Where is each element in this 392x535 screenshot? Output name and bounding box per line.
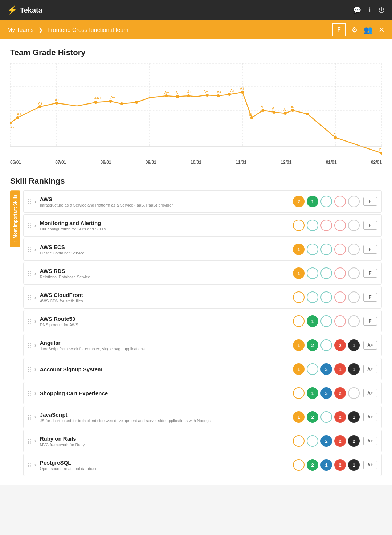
skill-grade-tag: F	[363, 197, 377, 206]
expand-button[interactable]: ›	[34, 366, 36, 372]
svg-text:A+: A+	[164, 90, 169, 94]
drag-handle[interactable]	[28, 319, 31, 324]
skill-indicators: 1	[293, 315, 360, 327]
drag-handle[interactable]	[28, 271, 31, 276]
skill-desc: JavaScript framework for complex, single…	[40, 347, 289, 351]
team-grade-badge: F	[332, 23, 346, 36]
svg-point-21	[165, 94, 168, 97]
drag-handle[interactable]	[28, 439, 31, 444]
svg-text:A-: A-	[283, 108, 287, 112]
app-logo: ⚡ Tekata	[7, 5, 42, 15]
power-icon[interactable]: ⏻	[378, 7, 385, 14]
skill-info: AWSInfrastructure as a Service and Platf…	[40, 196, 289, 207]
skill-info: AngularJavaScript framework for complex,…	[40, 340, 289, 351]
drag-handle[interactable]	[28, 415, 31, 420]
skill-row: ›PostgreSQLOpen source relational databa…	[23, 454, 382, 476]
skill-row: ›JavaScriptJS for short, used for both c…	[23, 406, 382, 428]
indicator-circle-4: 1	[348, 363, 360, 375]
svg-text:A+: A+	[217, 90, 221, 94]
x-label-0201: 02/01	[371, 160, 382, 165]
skill-grade-tag: F	[363, 293, 377, 302]
expand-button[interactable]: ›	[34, 246, 36, 252]
expand-button[interactable]: ›	[34, 199, 36, 204]
svg-text:A-: A-	[10, 125, 14, 129]
skill-desc: Relational Database Service	[40, 275, 289, 279]
expand-button[interactable]: ›	[34, 270, 36, 276]
skill-grade-tag: A+	[363, 341, 377, 350]
skill-row: ›AWS RDSRelational Database Service1F	[23, 262, 382, 285]
drag-handle[interactable]	[28, 247, 31, 252]
svg-point-17	[94, 101, 97, 104]
skill-name: JavaScript	[40, 412, 289, 418]
indicator-circle-4: 1	[348, 459, 360, 471]
svg-point-14	[16, 116, 19, 119]
expand-button[interactable]: ›	[34, 222, 36, 228]
skill-row: ›AWS CloudFrontAWS CDN for static filesF	[23, 286, 382, 309]
breadcrumb-actions: F ⚙ 👥 ✕	[332, 23, 385, 36]
x-label-1001: 10/01	[191, 160, 201, 165]
indicator-circle-3	[334, 220, 346, 231]
indicator-circle-3	[334, 244, 346, 255]
svg-text:A+: A+	[187, 90, 192, 94]
svg-point-29	[261, 109, 264, 112]
drag-handle[interactable]	[28, 295, 31, 300]
indicator-circle-4	[348, 291, 360, 303]
expand-button[interactable]: ›	[34, 318, 36, 324]
grade-history-chart: A- A+ A+ A+ AA+ A+ A+ A+ A+ A+ A+ A+ A+ …	[10, 63, 382, 165]
drag-handle[interactable]	[28, 391, 31, 396]
indicator-circle-0: 1	[293, 363, 305, 375]
skill-grade-tag: F	[363, 317, 377, 326]
indicator-circle-0	[293, 387, 305, 399]
svg-text:A+: A+	[17, 112, 21, 116]
skill-indicators	[293, 291, 360, 303]
info-icon[interactable]: ℹ	[368, 6, 371, 14]
expand-button[interactable]: ›	[34, 438, 36, 444]
expand-button[interactable]: ›	[34, 390, 36, 396]
drag-handle[interactable]	[28, 199, 31, 204]
indicator-circle-0: 2	[293, 196, 305, 207]
svg-text:A-: A-	[261, 105, 264, 109]
settings-icon[interactable]: ⚙	[351, 25, 358, 34]
skill-row: ›Account Signup System1311A+	[23, 358, 382, 380]
expand-button[interactable]: ›	[34, 462, 36, 468]
expand-button[interactable]: ›	[34, 294, 36, 300]
indicator-circle-2	[320, 268, 332, 279]
chat-icon[interactable]: 💬	[353, 6, 361, 14]
svg-text:A+: A+	[38, 102, 43, 106]
skill-indicators	[293, 220, 360, 231]
indicator-circle-1	[307, 220, 318, 231]
indicator-circle-4: 1	[348, 339, 360, 351]
team-members-icon[interactable]: 👥	[364, 25, 373, 34]
vertical-importance-label: ↑ Most Important Skills	[10, 190, 20, 247]
skill-desc: Infrastructure as a Service and Platform…	[40, 203, 289, 207]
skill-grade-tag: F	[363, 269, 377, 278]
indicator-circle-1: 1	[307, 315, 318, 327]
indicator-circle-0: 1	[293, 411, 305, 423]
indicator-circle-2	[320, 411, 332, 423]
close-icon[interactable]: ✕	[379, 25, 385, 34]
expand-button[interactable]: ›	[34, 414, 36, 420]
skill-indicators: 1	[293, 268, 360, 279]
indicator-circle-3: 2	[334, 339, 346, 351]
x-label-1201: 12/01	[281, 160, 291, 165]
logo-icon: ⚡	[7, 5, 17, 15]
drag-handle[interactable]	[28, 367, 31, 372]
drag-handle[interactable]	[28, 463, 31, 467]
skill-name: AWS Route53	[40, 316, 289, 322]
drag-handle[interactable]	[28, 343, 31, 348]
skill-desc: AWS CDN for static files	[40, 299, 289, 303]
drag-handle[interactable]	[28, 223, 31, 228]
breadcrumb-myteams[interactable]: My Teams	[7, 27, 34, 33]
svg-text:A+: A+	[110, 95, 115, 99]
indicator-circle-2	[320, 339, 332, 351]
skill-name: AWS RDS	[40, 268, 289, 274]
svg-point-15	[38, 105, 41, 108]
skill-indicators: 1221	[293, 411, 360, 423]
skill-name: PostgreSQL	[40, 460, 289, 466]
svg-text:A-: A-	[272, 106, 275, 110]
indicator-circle-2	[320, 291, 332, 303]
skill-name: Shopping Cart Experience	[40, 390, 289, 396]
skill-name: Account Signup System	[40, 366, 289, 372]
expand-button[interactable]: ›	[34, 342, 36, 348]
skill-desc: Open source relational database	[40, 466, 289, 471]
